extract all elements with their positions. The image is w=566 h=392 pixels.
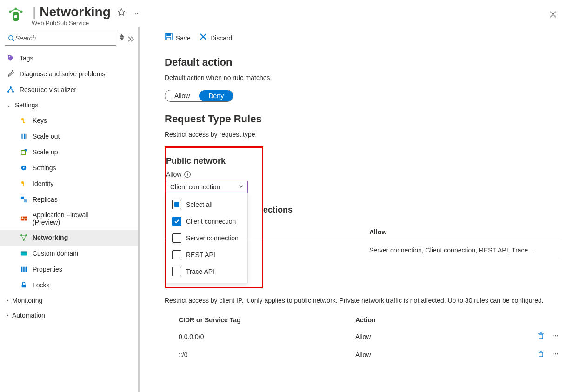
save-icon <box>165 33 173 43</box>
search-input[interactable] <box>14 34 113 42</box>
sidebar-item-identity[interactable]: Identity <box>0 176 140 192</box>
delete-icon[interactable] <box>537 350 545 359</box>
svg-rect-36 <box>21 252 27 253</box>
info-icon[interactable]: i <box>184 171 191 178</box>
gear-icon <box>20 164 28 172</box>
toggle-allow[interactable]: Allow <box>165 90 199 101</box>
label: Save <box>176 34 191 42</box>
svg-rect-26 <box>21 197 24 199</box>
svg-point-2 <box>15 8 17 10</box>
label: Keys <box>33 117 47 124</box>
chevron-down-icon: ⌄ <box>7 102 11 108</box>
svg-marker-9 <box>120 34 124 37</box>
sort-icon[interactable] <box>119 33 125 43</box>
sidebar-group-settings[interactable]: ⌄ Settings <box>0 98 140 113</box>
page-title: Networking <box>40 5 110 20</box>
sidebar-item-app-firewall[interactable]: Application Firewall (Preview) <box>0 207 140 230</box>
checkbox-empty-icon <box>172 250 181 259</box>
chevron-down-icon <box>238 183 244 191</box>
svg-line-8 <box>13 40 14 41</box>
combo-value: Client connection <box>170 183 220 191</box>
sidebar-item-settings[interactable]: Settings <box>0 160 140 176</box>
search-input-wrapper[interactable] <box>5 31 116 46</box>
sidebar-item-diagnose[interactable]: Diagnose and solve problems <box>0 66 140 82</box>
tag-icon <box>7 54 15 62</box>
dropdown-select-all[interactable]: Select all <box>166 196 247 213</box>
action-value: Allow <box>355 351 495 359</box>
sidebar-item-networking[interactable]: Networking <box>0 230 140 246</box>
scale-up-icon <box>20 148 28 156</box>
allow-combo[interactable]: Client connection <box>166 181 248 193</box>
svg-point-23 <box>23 167 25 169</box>
label: Locks <box>33 281 50 289</box>
public-network-title: Public network <box>166 156 257 166</box>
svg-point-1 <box>20 11 23 13</box>
sidebar-item-scale-up[interactable]: Scale up <box>0 144 140 160</box>
checkbox-checked-icon <box>172 217 181 226</box>
request-type-rules-title: Request Type Rules <box>165 113 561 125</box>
svg-point-0 <box>9 11 12 13</box>
service-subtitle: Web PubSub Service <box>32 20 140 27</box>
label: Tags <box>20 54 33 62</box>
identity-icon <box>20 179 28 188</box>
domain-icon <box>20 249 28 258</box>
allow-row-value: Server connection, Client connection, RE… <box>369 246 560 259</box>
svg-point-11 <box>9 56 10 57</box>
svg-rect-42 <box>167 33 171 36</box>
dropdown-server-connection[interactable]: Server connection <box>166 230 247 246</box>
discard-button[interactable]: Discard <box>199 33 232 43</box>
svg-rect-49 <box>539 352 543 357</box>
label: Trace API <box>186 268 214 275</box>
action-value: Allow <box>355 333 495 340</box>
chevron-right-icon: › <box>7 297 8 304</box>
save-button[interactable]: Save <box>165 33 191 43</box>
toggle-deny[interactable]: Deny <box>199 90 233 101</box>
networking-icon <box>20 233 28 242</box>
sidebar-group-monitoring[interactable]: › Monitoring <box>0 293 140 308</box>
svg-rect-38 <box>23 267 25 272</box>
ip-rule-row: 0.0.0.0/0 Allow ⋯ <box>165 327 561 345</box>
svg-rect-40 <box>22 285 26 287</box>
sidebar-item-scale-out[interactable]: Scale out <box>0 128 140 144</box>
allow-column-header: Allow <box>369 228 386 236</box>
sidebar-group-automation[interactable]: › Automation <box>0 308 140 323</box>
label: Discard <box>210 34 232 42</box>
label: Select all <box>186 201 213 208</box>
dropdown-rest-api[interactable]: REST API <box>166 246 247 263</box>
more-icon[interactable]: ⋯ <box>552 350 559 359</box>
sidebar-item-replicas[interactable]: Replicas <box>0 192 140 207</box>
dropdown-client-connection[interactable]: Client connection <box>166 213 247 230</box>
sidebar-item-properties[interactable]: Properties <box>0 261 140 277</box>
sidebar-item-tags[interactable]: Tags <box>0 50 140 66</box>
label: Monitoring <box>12 297 42 304</box>
discard-icon <box>199 33 207 43</box>
label: Scale out <box>33 133 60 140</box>
star-icon[interactable] <box>117 8 126 18</box>
more-icon[interactable]: ⋯ <box>132 10 140 18</box>
collapse-sidebar-icon[interactable] <box>127 34 135 42</box>
action-header: Action <box>355 316 532 324</box>
sidebar-item-keys[interactable]: Keys <box>0 113 140 128</box>
svg-rect-17 <box>23 122 25 123</box>
label: Client connection <box>186 218 236 225</box>
close-icon[interactable] <box>549 11 557 20</box>
cidr-header: CIDR or Service Tag <box>179 316 355 324</box>
label: Resource visualizer <box>20 86 76 93</box>
svg-marker-4 <box>118 8 125 15</box>
sidebar-item-resource-visualizer[interactable]: Resource visualizer <box>0 82 140 98</box>
checkbox-empty-icon <box>172 233 181 243</box>
delete-icon[interactable] <box>537 332 545 341</box>
search-icon <box>8 35 14 41</box>
svg-rect-19 <box>24 134 26 139</box>
label: Networking <box>33 234 68 241</box>
dropdown-trace-api[interactable]: Trace API <box>166 263 247 280</box>
chevron-right-icon: › <box>7 312 8 319</box>
svg-point-13 <box>7 91 9 93</box>
svg-rect-20 <box>26 134 27 139</box>
default-action-toggle[interactable]: Allow Deny <box>165 90 233 102</box>
more-icon[interactable]: ⋯ <box>552 332 559 341</box>
sidebar-item-locks[interactable]: Locks <box>0 277 140 293</box>
allow-dropdown: Select all Client connection Server conn… <box>166 193 248 283</box>
cidr-value: 0.0.0.0/0 <box>179 333 355 340</box>
sidebar-item-custom-domain[interactable]: Custom domain <box>0 246 140 261</box>
